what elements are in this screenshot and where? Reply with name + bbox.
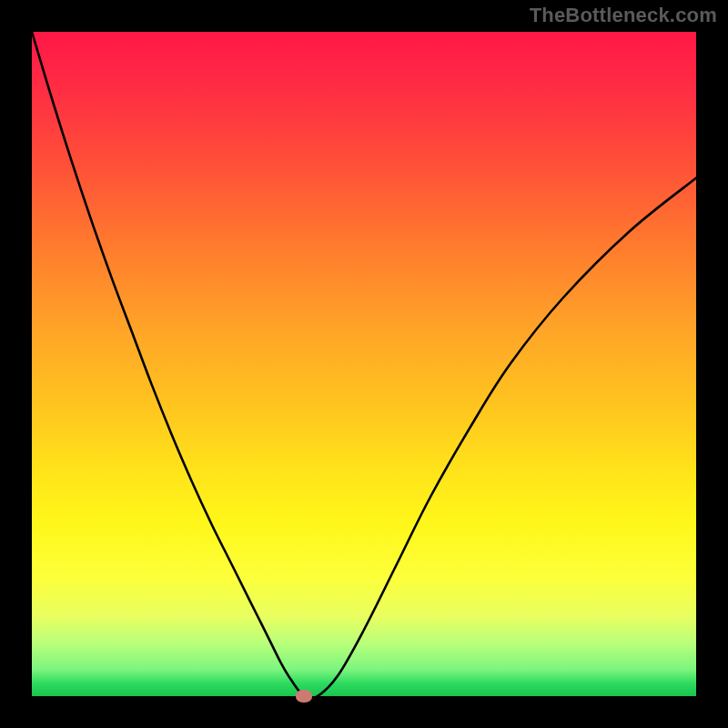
- watermark-text: TheBottleneck.com: [530, 4, 717, 27]
- chart-frame: TheBottleneck.com: [0, 0, 728, 728]
- optimal-point-marker: [296, 690, 312, 703]
- curve-svg: [32, 32, 696, 696]
- plot-area: [32, 32, 696, 696]
- bottleneck-curve: [32, 32, 696, 696]
